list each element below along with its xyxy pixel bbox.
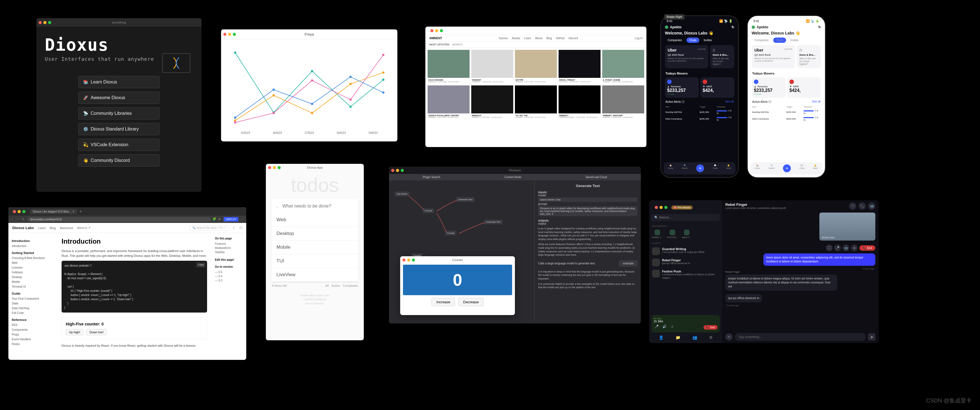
alert-row[interactable]: Debt Covenance$245,399 -7.5 % [665,115,734,122]
community-libs-link[interactable]: 📡Community Libraries [78,107,159,120]
site-logo[interactable]: Dioxus Labs [12,226,34,230]
nav-add[interactable]: + [696,164,704,172]
game-card[interactable]: JUNGLE FULFILLMENT CENTER ANREEM · 3 UPV… [428,85,469,119]
game-card[interactable]: MINIGOLF ANREEM · 2 UPVOTES · 22 DAYS AG… [471,85,513,119]
favorite[interactable]: REBEL F... [652,230,663,239]
video-icon[interactable]: 📹 [868,203,875,210]
reload-icon[interactable]: ⟳ [22,217,26,221]
close-icon[interactable] [268,166,271,169]
nav-alerts[interactable]: 🔔Alerts [813,164,818,172]
mover-card[interactable]: ▼MRR $424, [700,77,734,98]
profile-icon[interactable]: 👤 [659,335,663,340]
game-card[interactable]: COLD CHICKEN ARENDJS · 6 UPVOTES · 22 DA… [428,50,469,84]
todo-item[interactable]: Web [272,213,358,227]
end-button[interactable]: 📞 End [859,245,875,250]
sidebar-item[interactable]: Web [12,260,52,265]
minimize-icon[interactable] [396,169,399,172]
sidebar-item[interactable]: Terminal UI [12,284,52,289]
menu-icon[interactable]: ⋮ [240,217,244,221]
sidebar-item[interactable]: Full Code [12,311,52,315]
sidebar-item[interactable]: Liveview [12,265,52,270]
tab-current-node[interactable]: Current Node [504,175,521,179]
nav-search[interactable]: 🔍Search [682,164,688,172]
decrease-button[interactable]: Decrease [458,298,484,306]
media-message[interactable]: Media Deta [819,212,875,241]
mover-card[interactable]: ▼MRR $424, [787,77,821,98]
chevron-down-icon[interactable]: ⌄ [275,203,280,209]
expand-icon[interactable]: ⛶ [826,244,832,251]
attach-icon[interactable]: + [725,333,733,341]
graph-node[interactable]: Generate Text [456,197,475,202]
todo-item[interactable]: Desktop [272,227,358,241]
sidebar-item[interactable]: State [12,301,52,306]
nav-add[interactable]: + [783,164,791,172]
sidebar-item[interactable]: Event Handlers [12,337,52,342]
close-icon[interactable] [223,33,226,36]
maximize-icon[interactable] [664,206,667,209]
tab-chats[interactable]: Chats [773,38,786,43]
todo-item[interactable]: TUI [272,254,358,268]
nav-home[interactable]: 🏠Home [668,164,673,172]
game-card[interactable]: GHOUL_FRENZY GHOOOST · 3 UPVOTES · 22 DA… [558,50,601,84]
toc-item[interactable]: Features [215,242,244,246]
sidebar-item[interactable]: Introduction [12,244,52,249]
version-link[interactable]: — 0.4 [215,274,244,278]
browser-tab[interactable]: Dioxus | An elegant GUI libra...× [30,209,77,214]
sidebar-item[interactable]: Components [12,327,52,332]
url-input[interactable]: dioxuslabs.com/learn/0.5/ [27,217,211,222]
mic-icon[interactable]: 🎤 [834,244,841,251]
sidebar-item[interactable]: RSX [12,322,52,327]
game-card[interactable]: AMBI2077 ANDREWHICKMAN · 2 UPVOTES · 22 … [558,85,601,119]
nav-discord[interactable]: Discord [568,37,578,40]
heart-icon[interactable]: ♡ [849,203,856,210]
chat-item[interactable]: Rebel Fingeripa qui officia deserunt m [651,257,720,268]
extension-icon[interactable]: 🧩 [212,217,216,221]
video-icon[interactable]: 📹 [843,244,849,251]
company-card-small[interactable]: ⎍ Duns & Bra... Why is the net inc much … [710,45,734,69]
maximize-icon[interactable] [412,258,415,262]
sidebar-item[interactable]: Data Fetching [12,306,52,311]
discord-link[interactable]: 👋Community Discord [78,154,159,167]
up-button[interactable]: Up high! [66,329,83,335]
close-tab-icon[interactable]: × [73,210,75,213]
game-card[interactable]: AMBIENT_SHOOTER ANREEM · 2 UPVOTES · 22 … [602,85,644,119]
game-card[interactable]: TANGENT FINNBEAR · 5 UPVOTES · 22 DAYS A… [471,50,513,84]
favorite[interactable]: FESTIVE... [667,230,678,239]
nav-about[interactable]: About [535,37,542,40]
sidebar-item[interactable]: Fullstack [12,270,52,275]
ambient-logo[interactable]: AMBIENT [429,37,442,40]
search-input[interactable]: 🔍 Search the docs CTRL + / [190,225,229,230]
nav-github[interactable]: GitHub [556,37,565,40]
sidebar-item[interactable]: Hooks [12,342,52,346]
company-card[interactable]: 1:00 PM Uber Q2 2023 fiscal Based on net… [665,45,708,69]
minimize-icon[interactable] [18,210,21,213]
toc-item[interactable]: Multiplatform [215,246,244,250]
close-icon[interactable] [391,169,394,172]
nav-chats[interactable]: 💬Chats [799,164,804,172]
nav-learn[interactable]: Learn [524,37,531,40]
nav-blog[interactable]: Blog [49,226,56,230]
tab-save-load[interactable]: Save/Load Cloud [585,175,607,179]
tab-chats[interactable]: Chats [686,38,699,43]
copy-button[interactable]: Copy [196,262,205,268]
send-icon[interactable]: ➤ [868,333,875,341]
sort-newest[interactable]: NEWEST [452,43,463,46]
toc-item[interactable]: Stability [215,250,244,254]
forward-icon[interactable]: → [16,217,20,221]
version-link[interactable]: — 0.3 [215,278,244,282]
tab-plugin-search[interactable]: Plugin Search [423,175,440,179]
nav-alerts[interactable]: 🔔Alerts [726,164,731,172]
tab-companies[interactable]: Companies [752,38,772,43]
speaker-icon[interactable]: 🔊 [662,325,667,330]
learn-link[interactable]: 📚Learn Dioxus [78,76,159,88]
sidebar-item[interactable]: Props [12,332,52,337]
maximize-icon[interactable] [401,169,404,172]
maximize-icon[interactable] [22,210,25,213]
tab-companies[interactable]: Companies [665,38,685,43]
message-input[interactable] [735,333,866,341]
sidebar-item[interactable]: Desktop [12,275,52,279]
favorite[interactable]: ABLE F... [682,230,691,239]
example-button[interactable]: example [619,260,638,266]
nav-blog[interactable]: Blog [546,37,552,40]
back-icon[interactable]: ← [11,217,14,221]
